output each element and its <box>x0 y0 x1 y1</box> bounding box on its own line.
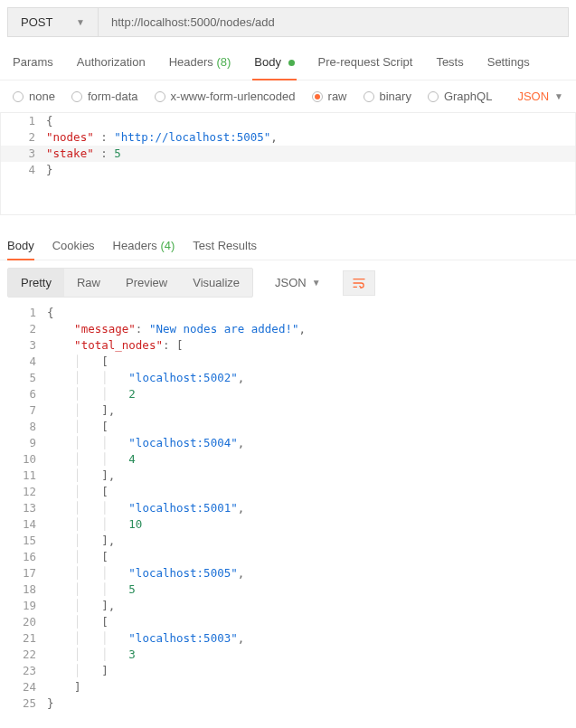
radio-xform[interactable]: x-www-form-urlencoded <box>155 90 296 103</box>
tab-settings[interactable]: Settings <box>486 44 532 80</box>
line-number: 12 <box>2 484 47 500</box>
response-body-viewer[interactable]: 1{2 "message": "New nodes are added!",3 … <box>0 305 576 712</box>
method-value: POST <box>21 15 52 29</box>
code-content: │ │ 10 <box>47 516 576 533</box>
line-number: 4 <box>1 162 46 178</box>
code-content: │ │ "localhost:5003", <box>47 630 576 647</box>
line-number: 4 <box>2 354 47 370</box>
code-content: │ ], <box>47 402 576 419</box>
radio-icon <box>155 91 165 102</box>
line-number: 8 <box>2 419 47 435</box>
line-number: 20 <box>2 614 47 630</box>
tab-body[interactable]: Body <box>252 44 296 80</box>
code-content: │ │ "localhost:5002", <box>47 370 576 386</box>
line-number: 24 <box>2 679 47 695</box>
code-content: "nodes" : "http://localhost:5005", <box>46 129 575 146</box>
resp-tab-headers-count: (4) <box>160 239 175 252</box>
line-number: 14 <box>2 516 47 533</box>
radio-binary[interactable]: binary <box>364 90 411 103</box>
resp-tab-headers[interactable]: Headers (4) <box>113 232 175 260</box>
code-content: { <box>46 113 575 129</box>
code-content: │ ], <box>47 598 576 614</box>
radio-label: binary <box>380 90 411 103</box>
tab-body-label: Body <box>254 55 281 69</box>
line-number: 22 <box>2 647 47 663</box>
line-number: 7 <box>2 402 47 419</box>
view-mode-group: Pretty Raw Preview Visualize <box>7 268 253 298</box>
radio-none[interactable]: none <box>13 90 55 103</box>
tab-headers-label: Headers <box>169 55 213 69</box>
chevron-down-icon: ▼ <box>76 17 85 27</box>
line-number: 6 <box>2 386 47 402</box>
chevron-down-icon: ▼ <box>312 278 321 288</box>
radio-label: raw <box>328 90 347 103</box>
radio-label: form-data <box>88 90 138 103</box>
line-number: 11 <box>2 468 47 484</box>
code-content: │ │ 2 <box>47 386 576 402</box>
tab-authorization[interactable]: Authorization <box>75 44 147 80</box>
pretty-button[interactable]: Pretty <box>8 269 64 297</box>
response-tabs: Body Cookies Headers (4) Test Results <box>0 224 576 260</box>
radio-formdata[interactable]: form-data <box>71 90 138 103</box>
chevron-down-icon: ▼ <box>554 91 563 101</box>
method-select[interactable]: POST ▼ <box>8 8 99 36</box>
code-content: │ │ "localhost:5001", <box>47 500 576 516</box>
line-number: 1 <box>1 113 46 129</box>
raw-button[interactable]: Raw <box>64 269 113 297</box>
tab-headers[interactable]: Headers (8) <box>167 44 233 80</box>
code-content: │ [ <box>47 484 576 500</box>
response-format-select[interactable]: JSON ▼ <box>264 269 332 297</box>
request-bar: POST ▼ <box>7 7 569 37</box>
response-format-label: JSON <box>275 276 307 289</box>
radio-label: GraphQL <box>444 90 492 103</box>
line-number: 9 <box>2 435 47 451</box>
code-content: │ [ <box>47 614 576 630</box>
line-number: 16 <box>2 549 47 565</box>
tab-params[interactable]: Params <box>11 44 55 80</box>
code-content: "stake" : 5 <box>46 146 575 162</box>
line-number: 21 <box>2 630 47 647</box>
radio-label: x-www-form-urlencoded <box>171 90 296 103</box>
body-subtype-select[interactable]: JSON ▼ <box>517 90 563 103</box>
tab-tests[interactable]: Tests <box>434 44 465 80</box>
radio-icon <box>312 91 323 102</box>
line-number: 13 <box>2 500 47 516</box>
code-content: │ │ "localhost:5005", <box>47 565 576 581</box>
radio-graphql[interactable]: GraphQL <box>428 90 492 103</box>
line-number: 25 <box>2 695 47 712</box>
code-content: │ ], <box>47 468 576 484</box>
tab-headers-count: (8) <box>216 55 231 69</box>
code-content: │ │ 4 <box>47 451 576 468</box>
code-content: } <box>47 695 576 712</box>
radio-icon <box>13 91 24 102</box>
url-input[interactable] <box>99 8 568 36</box>
resp-tab-test-results[interactable]: Test Results <box>193 232 257 260</box>
line-number: 3 <box>1 146 46 162</box>
request-body-editor[interactable]: 1{ 2"nodes" : "http://localhost:5005", 3… <box>0 113 576 215</box>
preview-button[interactable]: Preview <box>113 269 180 297</box>
body-subtype-label: JSON <box>517 90 549 103</box>
code-content: │ │ 5 <box>47 581 576 598</box>
line-number: 10 <box>2 451 47 468</box>
line-number: 2 <box>1 129 46 146</box>
code-content: ] <box>47 679 576 695</box>
line-number: 1 <box>2 305 47 321</box>
resp-tab-headers-label: Headers <box>113 239 157 252</box>
tab-prerequest[interactable]: Pre-request Script <box>316 44 415 80</box>
line-number: 5 <box>2 370 47 386</box>
radio-raw[interactable]: raw <box>312 90 347 103</box>
code-content: { <box>47 305 576 321</box>
radio-icon <box>428 91 439 102</box>
line-number: 17 <box>2 565 47 581</box>
resp-tab-cookies[interactable]: Cookies <box>52 232 95 260</box>
wrap-lines-button[interactable] <box>343 270 375 296</box>
code-content: │ │ "localhost:5004", <box>47 435 576 451</box>
modified-dot-icon <box>288 60 295 66</box>
resp-tab-body[interactable]: Body <box>7 232 34 260</box>
line-number: 2 <box>2 321 47 337</box>
line-number: 15 <box>2 533 47 549</box>
code-content: } <box>46 162 575 178</box>
visualize-button[interactable]: Visualize <box>180 269 252 297</box>
code-content: │ [ <box>47 549 576 565</box>
radio-label: none <box>29 90 55 103</box>
